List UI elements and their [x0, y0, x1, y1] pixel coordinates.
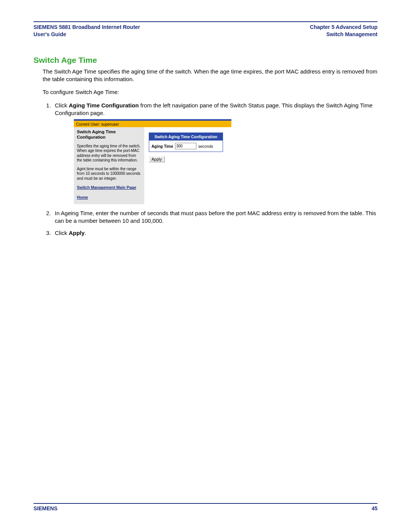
aging-time-input[interactable]	[175, 143, 196, 149]
embed-right-pane: Switch Aging Time Configuration Aging Ti…	[144, 127, 231, 166]
header-right: Chapter 5 Advanced Setup Switch Manageme…	[310, 24, 378, 38]
step-2: In Ageing Time, enter the number of seco…	[53, 209, 378, 225]
panel-body: Aging Time seconds	[149, 141, 223, 152]
step-3: Click Apply.	[53, 229, 378, 237]
page-footer: SIEMENS 45	[33, 503, 378, 511]
doc-type: User's Guide	[33, 31, 140, 38]
to-configure-label: To configure Switch Age Time:	[43, 88, 378, 96]
link-switch-mgmt-main[interactable]: Switch Management Main Page	[77, 185, 141, 190]
embed-left-p1: Specifies the aging time of the switch. …	[77, 144, 141, 163]
embed-left-title: Switch Aging Time Configuration	[77, 129, 141, 140]
aging-time-unit: seconds	[198, 144, 213, 149]
step-1-bold: Aging Time Configuration	[69, 102, 139, 109]
aging-time-panel: Switch Aging Time Configuration Aging Ti…	[149, 133, 223, 152]
panel-title: Switch Aging Time Configuration	[149, 133, 223, 141]
chapter-subtitle: Switch Management	[310, 31, 378, 38]
link-home[interactable]: Home	[77, 195, 141, 200]
step-3-suffix: .	[84, 230, 86, 236]
step-3-prefix: Click	[55, 230, 69, 236]
apply-button[interactable]: Apply	[149, 156, 165, 162]
page-header: SIEMENS 5881 Broadband Internet Router U…	[33, 24, 378, 38]
header-rule	[33, 21, 378, 22]
page-number: 45	[371, 505, 378, 511]
footer-rule	[33, 503, 378, 504]
step-3-bold: Apply	[69, 230, 85, 236]
section-heading: Switch Age Time	[33, 56, 378, 65]
header-left: SIEMENS 5881 Broadband Internet Router U…	[33, 24, 140, 38]
step-1: Click Aging Time Configuration from the …	[53, 102, 378, 204]
embed-left-p2: Agint time must be within the range from…	[77, 167, 141, 181]
chapter-title: Chapter 5 Advanced Setup	[310, 24, 378, 31]
step-1-prefix: Click	[55, 102, 69, 109]
section-intro: The Switch Age Time specifies the aging …	[43, 68, 378, 83]
aging-time-label: Aging Time	[151, 144, 173, 149]
embed-body: Switch Aging Time Configuration Specifie…	[74, 127, 231, 204]
document-page: SIEMENS 5881 Broadband Internet Router U…	[0, 0, 411, 532]
steps-list: Click Aging Time Configuration from the …	[33, 102, 378, 237]
footer-brand: SIEMENS	[33, 505, 57, 511]
embed-left-pane: Switch Aging Time Configuration Specifie…	[74, 127, 144, 204]
current-user-bar: Current User: superuser	[74, 121, 231, 127]
product-title: SIEMENS 5881 Broadband Internet Router	[33, 24, 140, 31]
footer-row: SIEMENS 45	[33, 505, 378, 511]
embedded-screenshot: Current User: superuser Switch Aging Tim…	[74, 119, 231, 204]
